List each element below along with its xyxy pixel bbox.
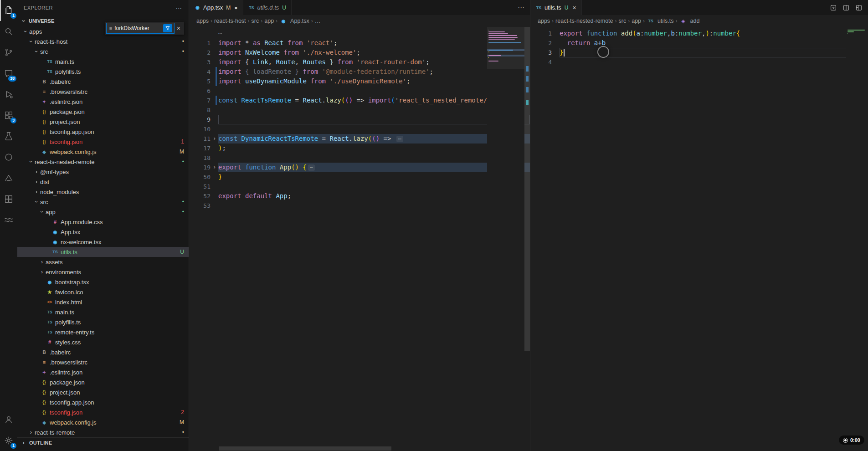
tree-item-react-ts-remote[interactable]: ›react-ts-remote•: [17, 427, 189, 437]
tree-item-polyfills.ts[interactable]: TSpolyfills.ts: [17, 67, 189, 77]
tree-item-.browserslistrc[interactable]: ≡.browserslistrc: [17, 87, 189, 97]
tree-item-tsconfig.json[interactable]: {}tsconfig.json2: [17, 407, 189, 417]
tree-item-react-ts-host[interactable]: ›react-ts-host•: [17, 36, 189, 46]
activity-extensions[interactable]: 3: [0, 105, 17, 126]
breadcrumb-item[interactable]: TSutils.ts: [647, 18, 673, 24]
tree-item-tsconfig.app.json[interactable]: {}tsconfig.app.json: [17, 127, 189, 137]
activity-search[interactable]: [0, 21, 17, 42]
code-line[interactable]: 1export function add(a:number,b:number,)…: [530, 29, 868, 38]
code-line[interactable]: 8: [189, 105, 530, 115]
line-number[interactable]: 2: [189, 48, 211, 57]
code-line[interactable]: 52export default App;: [189, 191, 530, 201]
code-line[interactable]: 7const ReactTsRemote = React.lazy(() => …: [189, 96, 530, 105]
line-number[interactable]: 7: [189, 96, 211, 105]
code-line[interactable]: 2 return a+b: [530, 38, 868, 48]
tree-item-tsconfig.json[interactable]: {}tsconfig.json1: [17, 137, 189, 147]
activity-source-control[interactable]: [0, 42, 17, 63]
fold-chevron-icon[interactable]: ›: [211, 134, 218, 144]
recording-timer[interactable]: 0:00: [839, 436, 864, 445]
code-line[interactable]: 10: [189, 124, 530, 134]
line-number[interactable]: 52: [189, 191, 211, 201]
tree-item-bootstrap.tsx[interactable]: ◉bootstrap.tsx: [17, 277, 189, 287]
breadcrumb-item[interactable]: react-ts-host: [214, 18, 246, 24]
tree-item-@mf-types[interactable]: ›@mf-types: [17, 167, 189, 177]
activity-copilot[interactable]: [0, 210, 17, 231]
close-icon[interactable]: ×: [573, 4, 576, 11]
code-line[interactable]: 18: [189, 153, 530, 163]
customize-layout-icon[interactable]: [855, 4, 863, 11]
tree-item-main.ts[interactable]: TSmain.ts: [17, 56, 189, 67]
chevron-icon[interactable]: ›: [27, 430, 35, 435]
code-line[interactable]: 3import { Link, Route, Routes } from 're…: [189, 57, 530, 67]
open-changes-icon[interactable]: [830, 4, 837, 11]
line-number[interactable]: 18: [189, 153, 211, 163]
code-line[interactable]: 50}: [189, 172, 530, 182]
outline-section[interactable]: › OUTLINE: [17, 437, 189, 448]
breadcrumb-item[interactable]: …: [315, 18, 321, 24]
tree-item-styles.css[interactable]: #styles.css: [17, 337, 189, 347]
breadcrumb-item[interactable]: apps: [196, 18, 209, 24]
tree-item-project.json[interactable]: {}project.json: [17, 117, 189, 127]
tree-item-src[interactable]: ›src•: [17, 197, 189, 207]
tree-item-polyfills.ts[interactable]: TSpolyfills.ts: [17, 317, 189, 327]
chevron-icon[interactable]: ›: [38, 259, 46, 265]
line-number[interactable]: 4: [189, 67, 211, 77]
timeline-section[interactable]: › TIMELINE: [17, 448, 189, 451]
code-line[interactable]: ⋯: [189, 29, 530, 38]
dirty-dot-icon[interactable]: ●: [234, 5, 237, 11]
tree-item-App.module.css[interactable]: #App.module.css: [17, 217, 189, 227]
line-number[interactable]: 53: [189, 201, 211, 210]
filter-toggle-button[interactable]: [163, 24, 172, 32]
line-number[interactable]: 17: [189, 144, 211, 153]
sidebar-more-actions-icon[interactable]: ⋯: [176, 4, 183, 11]
tab-utils.ts[interactable]: TSutils.tsU×: [530, 0, 582, 15]
code-line[interactable]: 4: [530, 57, 868, 67]
activity-settings[interactable]: 1: [0, 430, 17, 451]
breadcrumb-item[interactable]: ◉App.tsx: [279, 18, 309, 24]
breadcrumb-item[interactable]: src: [619, 18, 627, 24]
activity-accounts[interactable]: [0, 409, 17, 430]
code-line[interactable]: 53: [189, 201, 530, 210]
split-editor-icon[interactable]: [842, 4, 850, 11]
close-find-icon[interactable]: ×: [175, 25, 183, 32]
activity-explorer[interactable]: 1: [0, 0, 17, 21]
tree-item-.eslintrc.json[interactable]: ✦.eslintrc.json: [17, 97, 189, 107]
line-number[interactable]: 1: [530, 29, 552, 38]
chevron-icon[interactable]: ›: [34, 198, 39, 205]
chevron-icon[interactable]: ›: [33, 179, 40, 184]
breadcrumb-item[interactable]: src: [252, 18, 259, 24]
line-number[interactable]: 9: [189, 115, 211, 124]
chevron-icon[interactable]: ›: [28, 38, 34, 45]
code-line[interactable]: 17);: [189, 144, 530, 153]
chevron-icon[interactable]: ›: [34, 48, 39, 55]
tree-item-project.json[interactable]: {}project.json: [17, 387, 189, 397]
code-line[interactable]: 9: [189, 115, 530, 124]
vertical-scrollbar[interactable]: [524, 27, 530, 446]
more-actions-icon[interactable]: ⋯: [518, 4, 524, 12]
chevron-icon[interactable]: ›: [38, 269, 46, 275]
tree-item-app[interactable]: ›app•: [17, 207, 189, 217]
minimap[interactable]: [487, 27, 524, 451]
tree-item-App.tsx[interactable]: ◉App.tsx: [17, 227, 189, 237]
activity-chat[interactable]: 38: [0, 63, 17, 84]
code-line[interactable]: 1import * as React from 'react';: [189, 38, 530, 48]
tree-item-react-ts-nested-remote[interactable]: ›react-ts-nested-remote•: [17, 157, 189, 167]
breadcrumb-item[interactable]: app: [264, 18, 274, 24]
tree-item-package.json[interactable]: {}package.json: [17, 107, 189, 117]
tree-item-webpack.config.js[interactable]: ◆webpack.config.jsM: [17, 417, 189, 427]
activity-testing[interactable]: [0, 126, 17, 147]
line-number[interactable]: 4: [530, 57, 552, 67]
line-number[interactable]: 11: [189, 134, 211, 144]
tree-item-index.html[interactable]: <>index.html: [17, 297, 189, 307]
code-editor[interactable]: ⋯1import * as React from 'react';2import…: [189, 27, 530, 451]
tree-item-src[interactable]: ›src•: [17, 46, 189, 56]
breadcrumb-item[interactable]: react-ts-nested-remote: [555, 18, 613, 24]
chevron-icon[interactable]: ›: [33, 189, 40, 195]
minimap[interactable]: [846, 27, 868, 451]
line-number[interactable]: 3: [189, 57, 211, 67]
horizontal-scrollbar[interactable]: [218, 446, 487, 451]
tree-item-nx-welcome.tsx[interactable]: ◉nx-welcome.tsx: [17, 237, 189, 247]
tree-item-assets[interactable]: ›assets: [17, 257, 189, 267]
activity-grid-view[interactable]: [0, 189, 17, 210]
chevron-icon[interactable]: ›: [39, 208, 45, 215]
